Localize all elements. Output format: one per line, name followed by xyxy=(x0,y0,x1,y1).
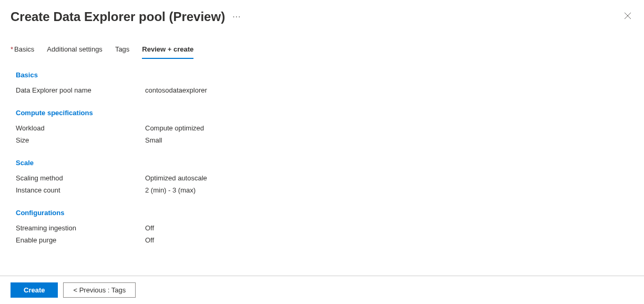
previous-button[interactable]: < Previous : Tags xyxy=(63,282,136,298)
more-options-icon[interactable]: ··· xyxy=(232,12,241,22)
label-streaming-ingestion: Streaming ingestion xyxy=(16,224,145,232)
label-size: Size xyxy=(16,136,145,144)
section-title-basics: Basics xyxy=(16,71,628,79)
section-title-configurations: Configurations xyxy=(16,209,628,217)
create-button[interactable]: Create xyxy=(11,282,58,298)
label-workload: Workload xyxy=(16,124,145,132)
row-size: Size Small xyxy=(16,136,628,144)
section-title-scale: Scale xyxy=(16,159,628,167)
label-scaling-method: Scaling method xyxy=(16,174,145,182)
header-left: Create Data Explorer pool (Preview) ··· xyxy=(11,9,241,24)
row-scaling-method: Scaling method Optimized autoscale xyxy=(16,174,628,182)
label-enable-purge: Enable purge xyxy=(16,236,145,244)
close-icon[interactable] xyxy=(622,10,633,24)
section-title-compute: Compute specifications xyxy=(16,109,628,117)
value-size: Small xyxy=(145,136,162,144)
section-basics: Basics Data Explorer pool name contosoda… xyxy=(16,71,628,94)
content-area: Basics Data Explorer pool name contosoda… xyxy=(0,58,644,269)
label-pool-name: Data Explorer pool name xyxy=(16,86,145,94)
section-scale: Scale Scaling method Optimized autoscale… xyxy=(16,159,628,194)
dialog-header: Create Data Explorer pool (Preview) ··· xyxy=(0,0,644,29)
label-instance-count: Instance count xyxy=(16,186,145,194)
value-enable-purge: Off xyxy=(145,236,154,244)
section-configurations: Configurations Streaming ingestion Off E… xyxy=(16,209,628,244)
value-workload: Compute optimized xyxy=(145,124,204,132)
value-instance-count: 2 (min) - 3 (max) xyxy=(145,186,196,194)
row-workload: Workload Compute optimized xyxy=(16,124,628,132)
row-pool-name: Data Explorer pool name contosodataexplo… xyxy=(16,86,628,94)
page-title: Create Data Explorer pool (Preview) xyxy=(11,9,225,24)
value-pool-name: contosodataexplorer xyxy=(145,86,207,94)
row-enable-purge: Enable purge Off xyxy=(16,236,628,244)
row-streaming-ingestion: Streaming ingestion Off xyxy=(16,224,628,232)
tab-additional-settings[interactable]: Additional settings xyxy=(47,45,103,58)
footer: Create < Previous : Tags xyxy=(0,276,644,304)
tab-tags[interactable]: Tags xyxy=(115,45,129,58)
value-scaling-method: Optimized autoscale xyxy=(145,174,207,182)
section-compute: Compute specifications Workload Compute … xyxy=(16,109,628,144)
tab-review-create[interactable]: Review + create xyxy=(142,45,193,58)
value-streaming-ingestion: Off xyxy=(145,224,154,232)
tab-basics[interactable]: Basics xyxy=(11,45,34,58)
row-instance-count: Instance count 2 (min) - 3 (max) xyxy=(16,186,628,194)
tab-bar: Basics Additional settings Tags Review +… xyxy=(0,29,644,58)
